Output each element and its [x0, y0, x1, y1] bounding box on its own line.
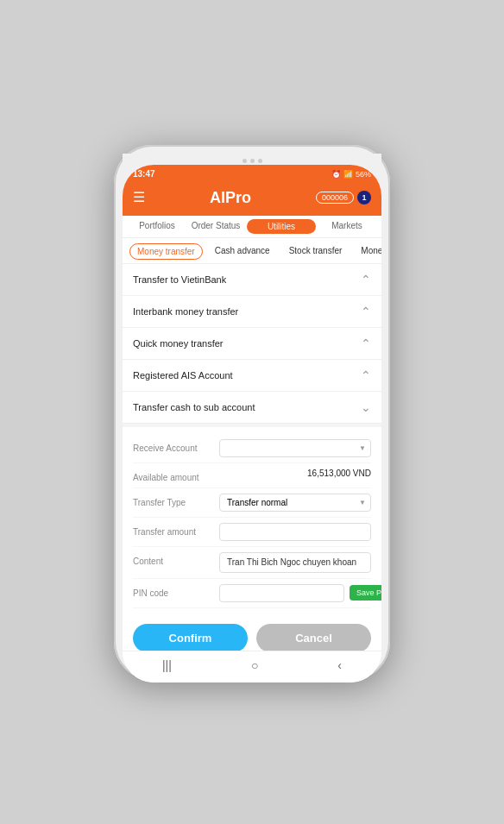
confirm-button[interactable]: Confirm	[133, 624, 248, 651]
available-amount-value: 16,513,000 VND	[219, 469, 371, 478]
receive-account-select-wrapper	[219, 439, 371, 457]
notification-badge[interactable]: 1	[357, 191, 371, 204]
chevron-up-icon-3: ⌃	[361, 368, 371, 382]
status-bar: 13:47 ⏰ 📶 56%	[123, 165, 381, 184]
sub-tab-cash-advance[interactable]: Cash advance	[208, 243, 277, 260]
nav-tabs: Portfolios Order Status Utilities Market…	[123, 216, 381, 238]
chevron-up-icon-0: ⌃	[361, 273, 371, 286]
accordion-sub-label: Transfer cash to sub account	[133, 402, 255, 412]
chevron-up-icon-2: ⌃	[361, 337, 371, 350]
available-amount-row: Available amount 16,513,000 VND	[133, 463, 371, 488]
alarm-icon: ⏰	[331, 170, 341, 179]
transfer-type-select[interactable]: Transfer normal Fast transfer	[219, 494, 371, 512]
save-pin-button[interactable]: Save PIN	[350, 585, 381, 601]
pin-code-label: PIN code	[133, 584, 219, 598]
tab-order-status[interactable]: Order Status	[186, 216, 245, 237]
content-value: Tran Thi Bich Ngoc chuyen khoan	[219, 552, 371, 573]
transfer-amount-row: Transfer amount	[133, 518, 371, 547]
bottom-nav: ||| ○ ‹	[123, 651, 381, 682]
menu-icon[interactable]: ☰	[133, 191, 145, 204]
transfer-type-select-wrapper: Transfer normal Fast transfer	[219, 494, 371, 512]
app-title: AIPro	[210, 189, 251, 207]
pin-row: Save PIN	[219, 584, 381, 602]
battery-icon: 56%	[356, 170, 371, 179]
chevron-down-icon-4: ⌄	[361, 400, 371, 414]
status-time: 13:47	[133, 169, 155, 179]
action-buttons: Confirm Cancel	[123, 615, 381, 651]
accordion-ais-account[interactable]: Registered AIS Account ⌃	[123, 360, 381, 392]
accordion-sub-account[interactable]: Transfer cash to sub account ⌄	[123, 392, 381, 424]
phone-screen: 13:47 ⏰ 📶 56% ☰ AIPro 000006 1 Portfolio…	[123, 165, 381, 682]
sub-tab-money-transfer[interactable]: Money transfer	[129, 243, 203, 260]
cancel-button[interactable]: Cancel	[256, 624, 371, 651]
tab-portfolios[interactable]: Portfolios	[128, 216, 186, 237]
transfer-type-row: Transfer Type Transfer normal Fast trans…	[133, 488, 371, 518]
header-right: 000006 1	[316, 191, 371, 204]
accordion-interbank-label: Interbank money transfer	[133, 306, 238, 317]
transfer-amount-label: Transfer amount	[133, 523, 219, 537]
content-area: Transfer to VietinBank ⌃ Interbank money…	[123, 264, 381, 651]
accordion-quick-transfer[interactable]: Quick money transfer ⌃	[123, 328, 381, 360]
receive-account-row: Receive Account	[133, 434, 371, 463]
back-stack-icon[interactable]: |||	[162, 658, 172, 672]
accordion-vietinbank-label: Transfer to VietinBank	[133, 274, 226, 285]
account-number-badge[interactable]: 000006	[316, 192, 354, 204]
pin-code-row: PIN code Save PIN	[133, 579, 371, 608]
accordion-interbank[interactable]: Interbank money transfer ⌃	[123, 296, 381, 328]
receive-account-select[interactable]	[219, 439, 371, 457]
sub-tabs: Money transfer Cash advance Stock transf…	[123, 238, 381, 264]
back-icon[interactable]: ‹	[337, 658, 342, 672]
tab-markets[interactable]: Markets	[318, 216, 376, 237]
app-header: ☰ AIPro 000006 1	[123, 184, 381, 216]
transfer-form: Receive Account Available amount 16,513,…	[123, 427, 381, 615]
phone-frame: 13:47 ⏰ 📶 56% ☰ AIPro 000006 1 Portfolio…	[114, 145, 390, 680]
wifi-icon: 📶	[343, 170, 353, 179]
content-row: Content Tran Thi Bich Ngoc chuyen khoan	[133, 547, 371, 579]
pin-code-input[interactable]	[219, 584, 344, 602]
transfer-type-label: Transfer Type	[133, 494, 219, 507]
status-icons: ⏰ 📶 56%	[331, 170, 371, 179]
accordion-quick-label: Quick money transfer	[133, 338, 224, 349]
available-amount-label: Available amount	[133, 469, 219, 482]
phone-notch	[123, 154, 381, 165]
sub-tab-money[interactable]: Money	[354, 243, 381, 260]
tab-utilities[interactable]: Utilities	[247, 219, 316, 234]
transfer-amount-input[interactable]	[219, 523, 371, 541]
chevron-up-icon-1: ⌃	[361, 305, 371, 318]
sub-tab-stock-transfer[interactable]: Stock transfer	[282, 243, 350, 260]
home-icon[interactable]: ○	[251, 658, 258, 672]
receive-account-label: Receive Account	[133, 439, 219, 453]
content-label: Content	[133, 552, 219, 566]
accordion-vietinbank[interactable]: Transfer to VietinBank ⌃	[123, 264, 381, 296]
accordion-ais-label: Registered AIS Account	[133, 370, 233, 381]
